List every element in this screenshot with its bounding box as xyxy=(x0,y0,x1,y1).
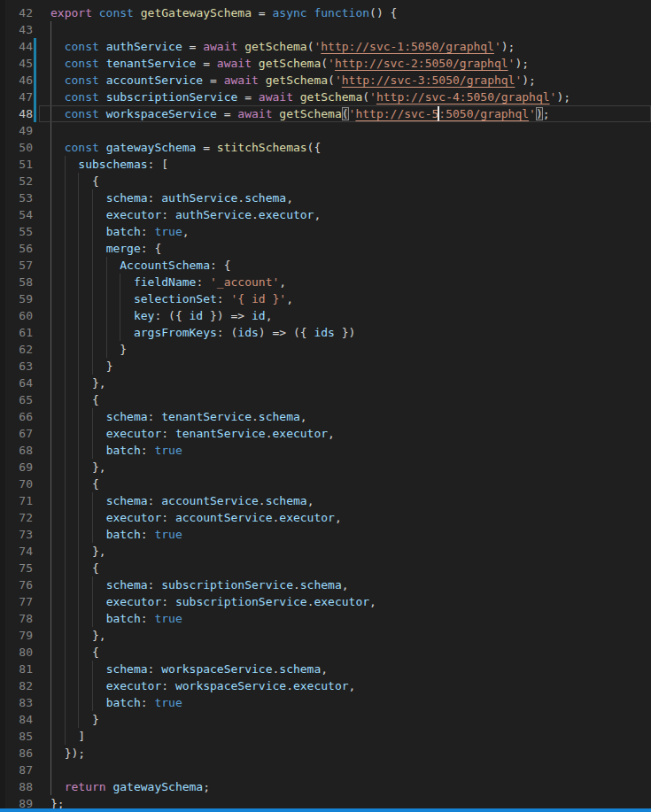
code-line[interactable]: 74 }, xyxy=(0,543,651,560)
line-number[interactable]: 81 xyxy=(19,661,33,677)
line-number[interactable]: 43 xyxy=(19,21,33,38)
code-line[interactable]: 51 subschemas: [ xyxy=(0,156,651,173)
code-line[interactable]: 56 merge: { xyxy=(0,240,651,257)
modified-lines-indicator[interactable] xyxy=(34,89,36,105)
code-line[interactable]: 83 batch: true xyxy=(0,694,651,711)
line-number[interactable]: 48 xyxy=(19,105,33,122)
modified-lines-indicator[interactable] xyxy=(34,72,36,89)
line-number[interactable]: 51 xyxy=(19,156,33,173)
code-line[interactable]: 63 } xyxy=(0,358,651,375)
line-number[interactable]: 49 xyxy=(19,122,33,139)
code-line[interactable]: 58 fieldName: '_account', xyxy=(0,274,651,290)
code-line[interactable]: 67 executor: tenantService.executor, xyxy=(0,425,651,442)
code-line[interactable]: 78 batch: true xyxy=(0,610,651,627)
code-line[interactable]: 53 schema: authService.schema, xyxy=(0,189,651,206)
code-line[interactable]: 43 xyxy=(0,21,651,38)
code-line[interactable]: 49 xyxy=(0,122,651,139)
code-line[interactable]: 86 }); xyxy=(0,745,651,762)
line-number[interactable]: 74 xyxy=(19,543,33,560)
line-number[interactable]: 69 xyxy=(19,459,33,476)
line-number[interactable]: 62 xyxy=(19,341,33,358)
line-number[interactable]: 87 xyxy=(19,762,33,778)
line-number[interactable]: 47 xyxy=(19,89,33,105)
line-number[interactable]: 71 xyxy=(19,492,33,509)
modified-lines-indicator[interactable] xyxy=(34,55,36,72)
url-link[interactable]: http://svc-3:5050/graphql xyxy=(342,73,515,87)
code-line[interactable]: 79 }, xyxy=(0,627,651,644)
line-number[interactable]: 79 xyxy=(19,627,33,644)
line-number[interactable]: 88 xyxy=(19,778,33,795)
line-number[interactable]: 77 xyxy=(19,593,33,610)
line-number[interactable]: 83 xyxy=(19,694,33,711)
line-number[interactable]: 56 xyxy=(19,240,33,257)
code-line[interactable]: 44 const authService = await getSchema('… xyxy=(0,38,651,55)
code-line[interactable]: 46 const accountService = await getSchem… xyxy=(0,72,651,89)
line-number[interactable]: 50 xyxy=(19,139,33,156)
url-link[interactable]: http://svc-4:5050/graphql xyxy=(376,90,550,104)
code-line[interactable]: 55 batch: true, xyxy=(0,223,651,240)
modified-lines-indicator[interactable] xyxy=(34,105,36,122)
url-link[interactable]: http://svc-1:5050/graphql xyxy=(321,40,494,53)
code-line[interactable]: 71 schema: accountService.schema, xyxy=(0,492,651,509)
line-number[interactable]: 75 xyxy=(19,560,33,576)
code-line[interactable]: 42export const getGatewaySchema = async … xyxy=(0,4,651,21)
code-line[interactable]: 73 batch: true xyxy=(0,526,651,543)
line-number[interactable]: 59 xyxy=(19,290,33,307)
code-line[interactable]: 57 AccountSchema: { xyxy=(0,257,651,274)
code-line[interactable]: 77 executor: subscriptionService.executo… xyxy=(0,593,651,610)
line-number[interactable]: 42 xyxy=(19,4,33,21)
line-number[interactable]: 76 xyxy=(19,576,33,593)
line-number[interactable]: 45 xyxy=(19,55,33,72)
code-line[interactable]: 61 argsFromKeys: (ids) => ({ ids }) xyxy=(0,324,651,341)
code-line[interactable]: 85 ] xyxy=(0,728,651,745)
line-number[interactable]: 64 xyxy=(19,375,33,391)
line-number[interactable]: 84 xyxy=(19,711,33,728)
code-line[interactable]: 80 { xyxy=(0,644,651,661)
code-line[interactable]: 75 { xyxy=(0,560,651,576)
line-number[interactable]: 55 xyxy=(19,223,33,240)
line-number[interactable]: 73 xyxy=(19,526,33,543)
line-number[interactable]: 58 xyxy=(19,274,33,290)
code-line[interactable]: 76 schema: subscriptionService.schema, xyxy=(0,576,651,593)
code-line[interactable]: 70 { xyxy=(0,476,651,492)
line-number[interactable]: 72 xyxy=(19,509,33,526)
code-line[interactable]: 81 schema: workspaceService.schema, xyxy=(0,661,651,677)
code-line[interactable]: 50 const gatewaySchema = stitchSchemas({ xyxy=(0,139,651,156)
code-line[interactable]: 62 } xyxy=(0,341,651,358)
line-number[interactable]: 68 xyxy=(19,442,33,459)
line-number[interactable]: 86 xyxy=(19,745,33,762)
code-line[interactable]: 45 const tenantService = await getSchema… xyxy=(0,55,651,72)
line-number[interactable]: 82 xyxy=(19,677,33,694)
line-number[interactable]: 60 xyxy=(19,307,33,324)
line-number[interactable]: 57 xyxy=(19,257,33,274)
url-link[interactable]: :5050/graphql xyxy=(438,107,529,120)
code-line[interactable]: 66 schema: tenantService.schema, xyxy=(0,408,651,425)
line-number[interactable]: 53 xyxy=(19,189,33,206)
code-line[interactable]: 84 } xyxy=(0,711,651,728)
line-number[interactable]: 66 xyxy=(19,408,33,425)
line-number[interactable]: 80 xyxy=(19,644,33,661)
code-line[interactable]: 82 executor: workspaceService.executor, xyxy=(0,677,651,694)
url-link[interactable]: http://svc-5 xyxy=(355,107,438,120)
code-line[interactable]: 87 xyxy=(0,762,651,778)
modified-lines-indicator[interactable] xyxy=(34,38,36,55)
line-number[interactable]: 46 xyxy=(19,72,33,89)
code-line[interactable]: 47 const subscriptionService = await get… xyxy=(0,89,651,105)
code-line[interactable]: 59 selectionSet: '{ id }', xyxy=(0,290,651,307)
url-link[interactable]: http://svc-2:5050/graphql xyxy=(335,57,508,70)
line-number[interactable]: 67 xyxy=(19,425,33,442)
code-line[interactable]: 48 const workspaceService = await getSch… xyxy=(0,105,651,122)
code-line[interactable]: 60 key: ({ id }) => id, xyxy=(0,307,651,324)
line-number[interactable]: 63 xyxy=(19,358,33,375)
code-line[interactable]: 68 batch: true xyxy=(0,442,651,459)
code-line[interactable]: 52 { xyxy=(0,173,651,189)
panel-sash[interactable] xyxy=(0,808,651,812)
line-number[interactable]: 78 xyxy=(19,610,33,627)
code-line[interactable]: 65 { xyxy=(0,391,651,408)
line-number[interactable]: 85 xyxy=(19,728,33,745)
code-line[interactable]: 54 executor: authService.executor, xyxy=(0,206,651,223)
line-number[interactable]: 52 xyxy=(19,173,33,189)
code-line[interactable]: 64 }, xyxy=(0,375,651,391)
line-number[interactable]: 61 xyxy=(19,324,33,341)
line-number[interactable]: 70 xyxy=(19,476,33,492)
